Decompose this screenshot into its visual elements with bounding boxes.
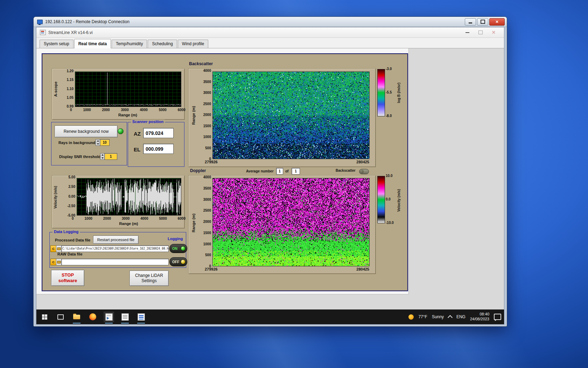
rdp-minimize-button[interactable] xyxy=(465,18,476,26)
document-app-button[interactable] xyxy=(136,312,146,322)
maximize-icon xyxy=(481,20,485,24)
background-controls-box: Renew background now Rays in background … xyxy=(51,122,127,165)
tick-label: 3000 xyxy=(203,198,211,202)
raw-browse-folder-icon[interactable] xyxy=(56,259,62,265)
tick-label: 2000 xyxy=(103,217,111,220)
spin-down-icon[interactable] xyxy=(97,143,99,145)
tick-label: 1.20 xyxy=(67,69,74,73)
tab-scheduling[interactable]: Scheduling xyxy=(148,40,177,48)
language-indicator[interactable]: ENG xyxy=(456,314,465,319)
logging-off-button[interactable]: OFF xyxy=(169,257,187,266)
data-logging-box: Data Logging Processed Data file Restart… xyxy=(49,232,186,268)
rays-value-field[interactable]: 10 xyxy=(100,139,110,146)
average-of-field[interactable]: 1 xyxy=(292,168,300,175)
scanner-position-box: Scanner position AZ 079.024 EL 000.099 xyxy=(128,122,184,167)
tab-system-setup[interactable]: System setup xyxy=(40,40,74,48)
rdp-window: 192.168.0.122 - Remote Desktop Connectio… xyxy=(33,16,507,327)
tick-label: -8.0 xyxy=(386,114,392,118)
renew-background-button[interactable]: Renew background now xyxy=(55,125,118,137)
labview-app-button[interactable] xyxy=(104,312,114,322)
velocity-canvas xyxy=(77,178,181,215)
raw-file-label: RAW Data file xyxy=(57,252,83,256)
backscatter-graph-frame: Range (m) 400035003000250020001500100050… xyxy=(188,68,376,167)
spin-down-icon[interactable] xyxy=(102,157,104,159)
average-number-value: 1 xyxy=(279,169,281,173)
tick-label: 280425 xyxy=(356,160,369,164)
app-close-icon[interactable]: ✕ xyxy=(492,31,496,34)
restart-processed-file-button[interactable]: Restart processed file xyxy=(93,236,139,244)
weather-sun-icon xyxy=(408,314,414,320)
rdp-close-button[interactable]: ✕ xyxy=(489,18,505,26)
az-value-field: 079.024 xyxy=(143,128,174,138)
app-titlebar[interactable]: StreamLine XR v14-6.vi ✕ xyxy=(36,27,504,38)
app-minimize-icon[interactable] xyxy=(465,32,469,33)
data-logging-title: Data Logging xyxy=(52,230,80,234)
file-explorer-button[interactable] xyxy=(71,312,82,322)
ascope-graph-frame: A-scope 1.201.151.101.050.99 01000200030… xyxy=(52,68,185,120)
spin-up-icon[interactable] xyxy=(97,140,99,142)
spin-up-icon[interactable] xyxy=(102,154,104,156)
backscatter-toggle[interactable] xyxy=(359,169,369,174)
notification-center-icon[interactable] xyxy=(494,314,501,320)
app-maximize-icon[interactable] xyxy=(478,30,483,34)
rdp-maximize-button[interactable] xyxy=(477,18,488,26)
doppler-ylabel: Range (m) xyxy=(191,207,196,239)
task-view-icon xyxy=(57,314,64,320)
tick-label: 2.50 xyxy=(69,185,75,189)
rdp-titlebar[interactable]: 192.168.0.122 - Remote Desktop Connectio… xyxy=(34,17,507,27)
tick-label: 3000 xyxy=(122,217,130,220)
tick-label: 0 xyxy=(72,217,74,220)
tab-wind-profile[interactable]: Wind profile xyxy=(178,40,208,48)
tick-label: 5000 xyxy=(159,108,167,112)
tray-chevron-icon[interactable] xyxy=(448,315,453,320)
processed-path-field[interactable]: C:\Lidar\Data\Proc\2023\202308\20230824\… xyxy=(61,245,169,252)
processed-browse-folder-icon[interactable] xyxy=(56,245,62,252)
tick-label: -5.5 xyxy=(386,90,392,94)
start-button[interactable] xyxy=(39,312,50,322)
tick-label: 6000 xyxy=(178,217,186,220)
off-led-icon xyxy=(181,259,186,264)
labview-vi-icon xyxy=(40,30,46,35)
raw-path-field[interactable] xyxy=(61,259,169,265)
tab-real-time-data[interactable]: Real time data xyxy=(74,39,111,48)
tabstrip: System setup Real time data Temp/humidit… xyxy=(36,38,504,48)
az-value: 079.024 xyxy=(144,130,163,136)
tick-label: 3000 xyxy=(203,91,211,95)
app-title: StreamLine XR v14-6.vi xyxy=(48,30,465,35)
logging-label: Logging xyxy=(168,237,183,241)
folder-icon xyxy=(57,261,61,264)
weather-desc[interactable]: Sunny xyxy=(432,314,444,319)
clock-time: 08:40 xyxy=(470,312,489,317)
toggle-knob[interactable] xyxy=(360,170,364,173)
snr-value-field[interactable]: 1 xyxy=(104,153,117,160)
tick-label: 2000 xyxy=(102,108,110,112)
processed-drive-button[interactable]: C xyxy=(50,245,56,252)
velocity-yticks: 5.002.500.00-2.50-5.00 xyxy=(61,176,75,217)
scan-schedule-button[interactable] xyxy=(120,312,130,322)
velocity-xticks: 0100020003000400050006000 xyxy=(72,217,186,220)
task-view-button[interactable] xyxy=(55,312,66,322)
el-value-field: 000.099 xyxy=(143,144,174,154)
backscatter-plot xyxy=(212,71,370,159)
logging-on-button[interactable]: ON xyxy=(169,244,187,253)
firefox-button[interactable] xyxy=(88,312,98,322)
tick-label: 2000 xyxy=(203,220,211,224)
doppler-title: Doppler xyxy=(190,168,206,173)
taskbar-clock[interactable]: 08:40 24/08/2023 xyxy=(470,312,489,322)
velocity-xlabel: Range (m) xyxy=(77,222,181,226)
stop-software-button[interactable]: STOP software xyxy=(51,270,84,286)
change-lidar-settings-button[interactable]: Change LiDAR Settings xyxy=(130,271,169,286)
average-number-field[interactable]: 1 xyxy=(276,168,283,175)
az-label: AZ xyxy=(134,131,141,137)
tick-label: 4000 xyxy=(203,69,211,73)
raw-drive-button[interactable]: C xyxy=(50,259,56,265)
tick-label: 6000 xyxy=(178,108,186,112)
weather-temp[interactable]: 77°F xyxy=(418,314,427,319)
average-number-label: Average number xyxy=(246,169,274,173)
folder-icon xyxy=(73,315,80,319)
tick-label: 5000 xyxy=(159,217,167,220)
tab-temp-humidity[interactable]: Temp/humidity xyxy=(112,40,147,48)
labview-icon xyxy=(105,313,113,321)
tick-label: 1000 xyxy=(83,108,91,112)
rays-value: 10 xyxy=(103,141,106,144)
